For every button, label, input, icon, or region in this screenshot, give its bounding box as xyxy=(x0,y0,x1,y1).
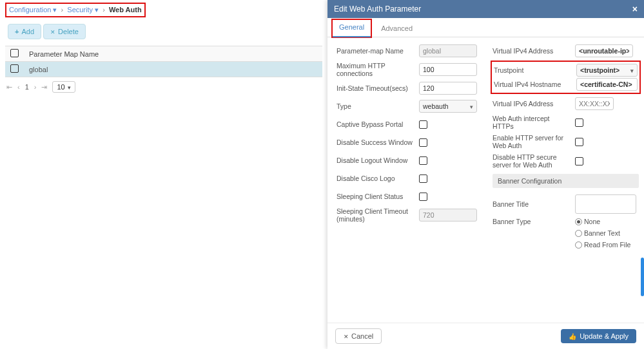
chevron-down-icon xyxy=(628,66,634,74)
radio-label: Read From File xyxy=(584,241,630,249)
main-area: Configuration ▾ › Security ▾ › Web Auth … xyxy=(0,0,327,349)
close-icon xyxy=(50,28,55,35)
radio-icon xyxy=(575,218,582,225)
radio-banner-none[interactable]: None xyxy=(575,218,600,225)
row-captive: Captive Bypass Portal xyxy=(337,117,477,131)
chevron-down-icon xyxy=(467,102,473,110)
table-row[interactable]: global xyxy=(5,62,322,77)
row-vipv4: Virtual IPv4 Address xyxy=(493,44,639,58)
label-vipv4-hostname: Virtual IPv4 Hostname xyxy=(494,80,571,88)
add-button[interactable]: Add xyxy=(8,24,41,39)
checkbox-captive[interactable] xyxy=(419,120,427,129)
breadcrumb: Configuration ▾ › Security ▾ › Web Auth xyxy=(5,3,146,17)
tab-general[interactable]: General xyxy=(331,19,372,38)
label-captive: Captive Bypass Portal xyxy=(337,120,414,128)
select-type-value: webauth xyxy=(423,102,449,110)
column-header-name[interactable]: Parameter Map Name xyxy=(24,46,322,62)
close-panel-icon[interactable] xyxy=(632,4,638,14)
field-banner-title[interactable] xyxy=(575,194,636,214)
label-disable-success: Disable Success Window xyxy=(337,138,414,146)
delete-button[interactable]: Delete xyxy=(43,24,86,39)
checkbox-sleeping-status[interactable] xyxy=(419,193,427,201)
row-param-name: Parameter-map Name xyxy=(337,44,477,58)
select-trustpoint[interactable]: <trustpoint> xyxy=(576,64,638,77)
trustpoint-highlight: Trustpoint <trustpoint> Virtual IPv4 Hos… xyxy=(491,61,641,94)
pager: ⇤ ‹ 1 › ⇥ 10 xyxy=(5,77,322,97)
apply-button[interactable]: Update & Apply xyxy=(561,329,636,343)
radio-icon xyxy=(575,241,582,249)
field-sleeping-timeout[interactable] xyxy=(419,209,477,222)
scroll-indicator[interactable] xyxy=(641,258,644,296)
panel-title: Edit Web Auth Parameter xyxy=(334,5,421,14)
row-enable-http: Enable HTTP server for Web Auth xyxy=(493,134,639,149)
row-disable-https: Disable HTTP secure server for Web Auth xyxy=(493,153,639,169)
row-checkbox[interactable] xyxy=(10,64,19,73)
label-intercept-https: Web Auth intercept HTTPs xyxy=(493,115,570,130)
pager-next-icon[interactable]: › xyxy=(34,83,37,91)
radio-label: Banner Text xyxy=(584,229,620,237)
select-trustpoint-value: <trustpoint> xyxy=(580,66,620,74)
checkbox-intercept-https[interactable] xyxy=(575,118,583,127)
checkbox-enable-http[interactable] xyxy=(575,138,583,146)
parameter-table: Parameter Map Name global xyxy=(5,46,322,77)
form-body: Parameter-map Name Maximum HTTP connecti… xyxy=(327,37,644,323)
field-init-timeout[interactable] xyxy=(419,82,477,95)
breadcrumb-configuration[interactable]: Configuration ▾ xyxy=(9,6,57,14)
cancel-button[interactable]: Cancel xyxy=(335,328,382,344)
row-type: Type webauth xyxy=(337,99,477,113)
edit-panel: Edit Web Auth Parameter General Advanced… xyxy=(327,0,644,349)
radio-icon xyxy=(575,230,582,237)
tab-advanced[interactable]: Advanced xyxy=(373,20,420,37)
chevron-right-icon: › xyxy=(101,6,107,14)
label-sleeping-timeout: Sleeping Client Timeout (minutes) xyxy=(337,207,414,223)
pager-prev-icon[interactable]: ‹ xyxy=(17,83,20,91)
field-vipv4-hostname[interactable] xyxy=(576,78,638,91)
row-name[interactable]: global xyxy=(24,62,322,77)
breadcrumb-security[interactable]: Security ▾ xyxy=(67,6,99,14)
row-intercept-https: Web Auth intercept HTTPs xyxy=(493,115,639,130)
action-bar: Add Delete xyxy=(5,21,322,46)
checkbox-disable-success[interactable] xyxy=(419,138,427,147)
checkbox-disable-logo[interactable] xyxy=(419,174,427,183)
row-init-timeout: Init-State Timeout(secs) xyxy=(337,81,477,95)
apply-label: Update & Apply xyxy=(580,332,629,340)
row-sleeping-status: Sleeping Client Status xyxy=(337,189,477,203)
label-init-timeout: Init-State Timeout(secs) xyxy=(337,84,414,92)
checkbox-disable-https[interactable] xyxy=(575,157,583,165)
label-banner-type: Banner Type xyxy=(493,218,570,225)
label-max-http: Maximum HTTP connections xyxy=(337,62,414,77)
label-disable-logo: Disable Cisco Logo xyxy=(337,174,414,182)
radio-banner-file[interactable]: Read From File xyxy=(575,241,630,249)
row-disable-success: Disable Success Window xyxy=(337,135,477,149)
thumbs-up-icon xyxy=(569,332,576,340)
label-param-name: Parameter-map Name xyxy=(337,47,414,55)
label-vipv4: Virtual IPv4 Address xyxy=(493,47,570,55)
row-disable-logout: Disable Logout Window xyxy=(337,153,477,167)
radio-banner-text[interactable]: Banner Text xyxy=(575,229,620,237)
breadcrumb-webauth: Web Auth xyxy=(109,6,142,14)
pager-last-icon[interactable]: ⇥ xyxy=(41,83,47,91)
field-vipv6[interactable] xyxy=(575,97,614,110)
panel-header: Edit Web Auth Parameter xyxy=(327,0,644,18)
plus-icon xyxy=(15,28,19,35)
banner-section-header: Banner Configuration xyxy=(493,174,639,188)
label-disable-logout: Disable Logout Window xyxy=(337,156,414,164)
pager-size-value: 10 xyxy=(57,83,64,91)
panel-footer: Cancel Update & Apply xyxy=(327,323,644,349)
checkbox-icon[interactable] xyxy=(10,49,19,57)
field-max-http[interactable] xyxy=(419,63,477,76)
field-vipv4[interactable] xyxy=(575,44,633,57)
pager-first-icon[interactable]: ⇤ xyxy=(6,83,12,91)
row-sleeping-timeout: Sleeping Client Timeout (minutes) xyxy=(337,207,477,223)
label-trustpoint: Trustpoint xyxy=(494,66,571,74)
select-all-header[interactable] xyxy=(5,46,24,62)
select-type[interactable]: webauth xyxy=(419,100,477,113)
checkbox-disable-logout[interactable] xyxy=(419,156,427,165)
dropdown-icon xyxy=(68,83,71,91)
radio-label: None xyxy=(584,218,600,225)
pager-size-select[interactable]: 10 xyxy=(52,81,75,93)
row-vipv4-hostname: Virtual IPv4 Hostname xyxy=(494,77,638,91)
field-param-name[interactable] xyxy=(419,44,477,57)
close-icon xyxy=(344,332,349,340)
label-banner-title: Banner Title xyxy=(493,200,570,208)
